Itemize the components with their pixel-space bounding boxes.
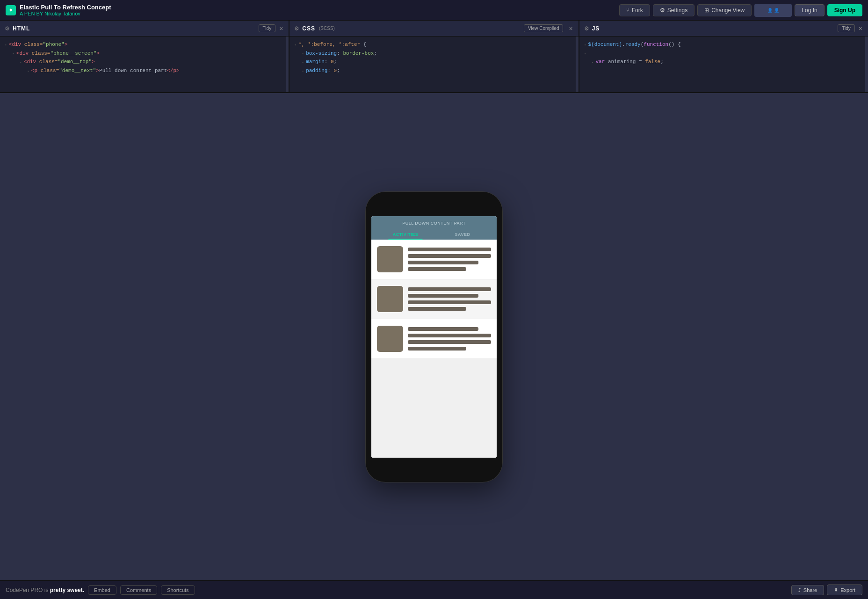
code-line: • padding: 0; bbox=[294, 66, 573, 75]
list-item bbox=[371, 240, 497, 279]
pen-author: A PEN BY Nikolay Talanov bbox=[20, 11, 111, 16]
login-button[interactable]: Log In bbox=[795, 4, 824, 16]
share-icon: ⤴ bbox=[798, 587, 801, 593]
css-scrollbar[interactable] bbox=[576, 37, 579, 92]
content-line bbox=[408, 307, 466, 311]
codepen-logo-icon: ✦ bbox=[6, 5, 16, 15]
embed-button[interactable]: Embed bbox=[88, 585, 116, 595]
content-line bbox=[408, 334, 491, 337]
html-code-content: • <div class="phone"> • <div class="phon… bbox=[0, 37, 289, 92]
content-line bbox=[408, 340, 491, 344]
js-close-button[interactable]: × bbox=[858, 25, 863, 32]
content-line bbox=[408, 261, 478, 264]
phone-mockup: PULL DOWN CONTENT PART ACTIVITIES SAVED bbox=[366, 192, 502, 482]
item-thumbnail bbox=[377, 326, 403, 352]
js-panel-header: ⚙ JS Tidy × bbox=[579, 21, 868, 37]
list-item bbox=[371, 319, 497, 359]
user-avatar: 👤 👤 bbox=[754, 4, 792, 17]
preview-area: PULL DOWN CONTENT PART ACTIVITIES SAVED bbox=[0, 93, 868, 580]
content-line bbox=[408, 294, 478, 298]
phone-tabs: ACTIVITIES SAVED bbox=[377, 229, 491, 240]
content-line bbox=[408, 248, 491, 251]
list-item bbox=[371, 279, 497, 319]
fork-button[interactable]: ⑂ Fork bbox=[619, 4, 650, 16]
code-line: • <p class="demo__text">Pull down conten… bbox=[5, 66, 284, 75]
share-button[interactable]: ⤴ Share bbox=[791, 585, 824, 595]
html-panel-title: HTML bbox=[13, 25, 30, 32]
css-panel-gear-icon: ⚙ bbox=[294, 25, 299, 32]
content-line bbox=[408, 327, 478, 331]
css-panel-header: ⚙ CSS (SCSS) View Compiled × bbox=[289, 21, 578, 37]
export-icon: ⬇ bbox=[834, 587, 838, 593]
gear-icon: ⚙ bbox=[660, 7, 665, 14]
logo-area: ✦ Elastic Pull To Refresh Concept A PEN … bbox=[6, 4, 111, 16]
tab-activities[interactable]: ACTIVITIES bbox=[377, 229, 434, 240]
code-line: • <div class="phone__screen"> bbox=[5, 49, 284, 58]
js-panel-gear-icon: ⚙ bbox=[584, 25, 589, 32]
item-thumbnail bbox=[377, 286, 403, 312]
code-line: • margin: 0; bbox=[294, 58, 573, 66]
js-tidy-button[interactable]: Tidy bbox=[838, 24, 855, 32]
view-compiled-button[interactable]: View Compiled bbox=[524, 24, 564, 32]
item-lines bbox=[408, 287, 491, 311]
js-panel: ⚙ JS Tidy × • $(document).ready(function… bbox=[579, 21, 868, 92]
css-code-content: • *, *:before, *:after { • box-sizing: b… bbox=[289, 37, 578, 92]
code-line: • bbox=[584, 49, 863, 58]
code-line: • box-sizing: border-box; bbox=[294, 49, 573, 58]
comments-button[interactable]: Comments bbox=[120, 585, 157, 595]
html-scrollbar[interactable] bbox=[286, 37, 289, 92]
signup-button[interactable]: Sign Up bbox=[827, 4, 862, 16]
pen-title: Elastic Pull To Refresh Concept bbox=[20, 4, 111, 11]
change-view-button[interactable]: ⊞ Change View bbox=[697, 4, 752, 16]
html-tidy-button[interactable]: Tidy bbox=[259, 24, 276, 32]
html-close-button[interactable]: × bbox=[278, 25, 284, 32]
settings-button[interactable]: ⚙ Settings bbox=[653, 4, 694, 16]
item-lines bbox=[408, 327, 491, 351]
html-panel: ⚙ HTML Tidy × • <div class="phone"> • <d… bbox=[0, 21, 289, 92]
content-line bbox=[408, 300, 491, 304]
phone-top-bar: PULL DOWN CONTENT PART ACTIVITIES SAVED bbox=[371, 216, 497, 240]
phone-list bbox=[371, 240, 497, 458]
promo-text: CodePen PRO is pretty sweet. bbox=[6, 587, 84, 593]
promo-emphasis: pretty sweet. bbox=[50, 587, 84, 593]
content-line bbox=[408, 287, 491, 291]
code-panels: ⚙ HTML Tidy × • <div class="phone"> • <d… bbox=[0, 21, 868, 93]
item-lines bbox=[408, 248, 491, 271]
js-scrollbar[interactable] bbox=[865, 37, 868, 92]
export-button[interactable]: ⬇ Export bbox=[827, 584, 862, 595]
tab-saved[interactable]: SAVED bbox=[434, 229, 491, 240]
js-panel-title: JS bbox=[592, 25, 600, 32]
phone-pull-text: PULL DOWN CONTENT PART bbox=[377, 221, 491, 229]
css-panel-title: CSS bbox=[302, 25, 315, 32]
content-line bbox=[408, 347, 466, 351]
top-navigation: ✦ Elastic Pull To Refresh Concept A PEN … bbox=[0, 0, 868, 21]
content-line bbox=[408, 254, 491, 258]
js-code-content: • $(document).ready(function() { • • var… bbox=[579, 37, 868, 92]
fork-icon: ⑂ bbox=[626, 7, 629, 14]
code-line: • var animating = false; bbox=[584, 58, 863, 66]
html-panel-gear-icon: ⚙ bbox=[5, 25, 10, 32]
css-close-button[interactable]: × bbox=[568, 25, 573, 32]
view-icon: ⊞ bbox=[704, 7, 709, 14]
code-line: • <div class="demo__top"> bbox=[5, 58, 284, 66]
html-panel-header: ⚙ HTML Tidy × bbox=[0, 21, 289, 37]
phone-screen: PULL DOWN CONTENT PART ACTIVITIES SAVED bbox=[371, 216, 497, 458]
code-line: • *, *:before, *:after { bbox=[294, 40, 573, 49]
css-panel: ⚙ CSS (SCSS) View Compiled × • *, *:befo… bbox=[289, 21, 579, 92]
content-line bbox=[408, 267, 466, 271]
item-thumbnail bbox=[377, 246, 403, 272]
code-line: • $(document).ready(function() { bbox=[584, 40, 863, 49]
shortcuts-button[interactable]: Shortcuts bbox=[161, 585, 195, 595]
css-panel-lang: (SCSS) bbox=[319, 26, 335, 31]
bottom-bar: CodePen PRO is pretty sweet. Embed Comme… bbox=[0, 580, 868, 599]
code-line: • <div class="phone"> bbox=[5, 40, 284, 49]
